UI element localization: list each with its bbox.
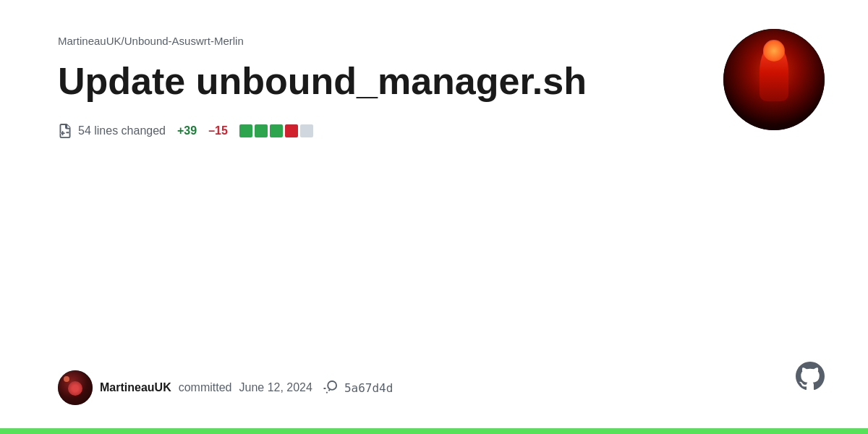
commit-date: June 12, 2024 [239,381,312,394]
diff-icon [58,124,72,138]
page-container: MartineauUK/Unbound-Asuswrt-Merlin Updat… [0,0,868,434]
lines-changed-text: 54 lines changed [78,124,166,137]
diff-bar-1 [239,124,252,137]
bottom-bar [0,428,868,434]
commit-info-row: MartineauUK committed June 12, 2024 5a67… [58,356,810,405]
diff-bar-2 [255,124,268,137]
author-avatar-img [58,370,93,405]
stats-row: 54 lines changed +39 –15 [58,124,810,138]
commit-hash[interactable]: 5a67d4d [344,381,393,395]
diff-bar-5 [300,124,313,137]
commit-title: Update unbound_manager.sh [58,59,810,103]
top-right-avatar [723,29,825,130]
deletions-count: –15 [208,124,228,137]
author-avatar [58,370,93,405]
committed-label: committed [179,381,232,394]
diff-bars [239,124,313,137]
additions-count: +39 [177,124,197,137]
commit-key-icon [323,380,337,395]
author-name[interactable]: MartineauUK [100,381,171,394]
lines-changed: 54 lines changed [58,124,166,138]
github-icon[interactable] [796,362,825,391]
diff-bar-4 [285,124,298,137]
breadcrumb[interactable]: MartineauUK/Unbound-Asuswrt-Merlin [58,35,810,47]
diff-bar-3 [270,124,283,137]
